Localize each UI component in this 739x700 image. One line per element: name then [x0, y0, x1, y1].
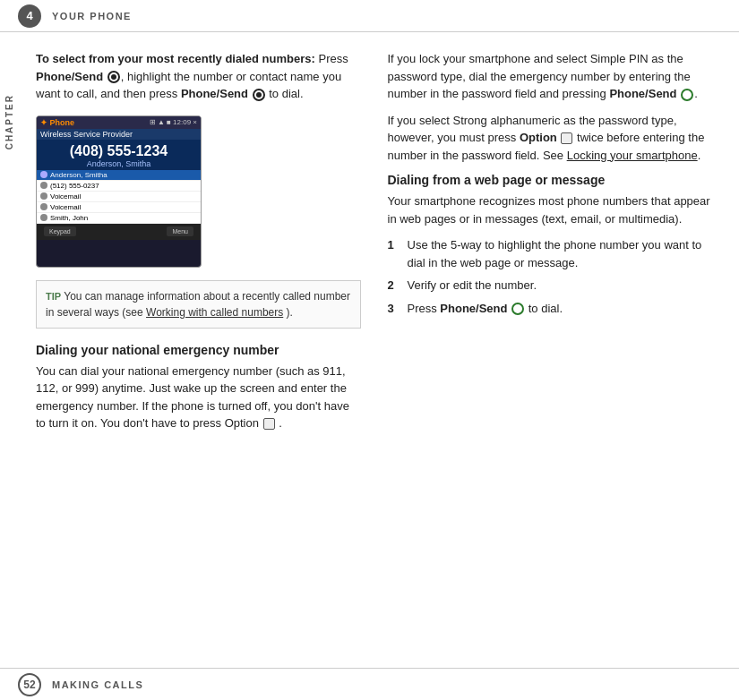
main-content: To select from your most recently dialed… — [0, 32, 739, 668]
phone-number: (408) 555-1234 — [39, 143, 199, 159]
chapter-number: 4 — [18, 4, 41, 28]
lock-paragraph: If you lock your smartphone and select S… — [388, 50, 713, 103]
contact-name: Voicemail — [50, 192, 81, 201]
tip-label: TIP — [46, 291, 61, 302]
chapter-side-label: CHAPTER — [0, 32, 18, 211]
phone-contact-item: Smith, John — [37, 213, 201, 224]
phone-number-display: (408) 555-1234 Anderson, Smitha — [37, 140, 201, 170]
intro-paragraph: To select from your most recently dialed… — [36, 50, 361, 103]
tip-link[interactable]: Working with called numbers — [146, 306, 283, 319]
chapter-title: YOUR PHONE — [52, 11, 132, 21]
right-column: If you lock your smartphone and select S… — [388, 50, 713, 650]
strong-password-paragraph: If you select Strong alphanumeric as the… — [388, 112, 713, 165]
option-icon-right — [561, 132, 572, 144]
contact-icon — [40, 192, 47, 200]
contact-icon — [40, 214, 47, 221]
web-text: Your smartphone recognizes most phone nu… — [388, 192, 713, 227]
step-number: 1 — [388, 236, 400, 271]
keypad-btn: Keypad — [44, 226, 76, 236]
phone-send-label-right: Phone/Send — [609, 87, 676, 100]
contact-name: Anderson, Smitha — [50, 171, 107, 179]
phone-contact-item: Voicemail — [37, 202, 201, 213]
phone-send-label-1: Phone/Send — [36, 70, 103, 83]
phone-send-icon-step3 — [511, 303, 524, 315]
dialing-text: You can dial your national emergency num… — [36, 363, 361, 432]
page-number: 52 — [18, 673, 41, 696]
phone-bottom-bar: Keypad Menu — [37, 224, 201, 240]
wm-logo: ✦ Phone — [40, 118, 74, 127]
tip-text-2: ). — [287, 306, 293, 319]
phone-send-icon-2 — [253, 89, 265, 101]
intro-bold: To select from your most recently dialed… — [36, 52, 315, 65]
phone-contact-name: Anderson, Smitha — [39, 159, 199, 168]
phone-provider-text: Wireless Service Provider — [40, 130, 133, 139]
menu-btn: Menu — [167, 226, 193, 236]
top-bar: 4 YOUR PHONE — [0, 0, 739, 32]
option-icon-inline — [263, 418, 275, 430]
step-text: Press Phone/Send to dial. — [408, 300, 563, 318]
step-item: 2Verify or edit the number. — [388, 277, 713, 295]
phone-status-bar: ✦ Phone ⊞ ▲ ■ 12:09 × — [37, 116, 201, 129]
phone-contact-list: Anderson, Smitha(512) 555-0237VoicemailV… — [37, 170, 201, 224]
left-column: To select from your most recently dialed… — [27, 50, 361, 650]
contact-name: (512) 555-0237 — [50, 182, 99, 190]
contact-name: Voicemail — [50, 203, 81, 211]
web-heading: Dialing from a web page or message — [388, 173, 713, 187]
locking-link[interactable]: Locking your smartphone — [567, 149, 698, 162]
phone-screenshot: ✦ Phone ⊞ ▲ ■ 12:09 × Wireless Service P… — [36, 115, 202, 268]
bottom-bar-title: MAKING CALLS — [52, 679, 143, 690]
phone-send-label-2: Phone/Send — [181, 87, 248, 100]
dialing-heading: Dialing your national emergency number — [36, 343, 361, 357]
step-text: Verify or edit the number. — [408, 277, 537, 295]
step-item: 1Use the 5-way to highlight the phone nu… — [388, 236, 713, 271]
steps-list: 1Use the 5-way to highlight the phone nu… — [388, 236, 713, 317]
tip-box: TIP You can manage information about a r… — [36, 280, 361, 329]
step-item: 3Press Phone/Send to dial. — [388, 300, 713, 318]
phone-contact-item: Voicemail — [37, 192, 201, 202]
phone-contact-item: (512) 555-0237 — [37, 181, 201, 192]
phone-send-icon-1 — [107, 71, 120, 83]
contact-icon — [40, 203, 47, 210]
phone-send-icon-right — [681, 89, 693, 101]
option-label: Option — [520, 131, 557, 144]
contact-icon — [40, 171, 47, 178]
bottom-bar: 52 MAKING CALLS — [0, 668, 739, 700]
phone-contact-item: Anderson, Smitha — [37, 170, 201, 181]
step-number: 2 — [388, 277, 400, 295]
status-icons: ⊞ ▲ ■ 12:09 × — [150, 118, 197, 126]
step-text: Use the 5-way to highlight the phone num… — [408, 236, 713, 271]
step-number: 3 — [388, 300, 400, 318]
contact-icon — [40, 182, 47, 189]
phone-provider-bar: Wireless Service Provider — [37, 129, 201, 140]
contact-name: Smith, John — [50, 214, 88, 222]
